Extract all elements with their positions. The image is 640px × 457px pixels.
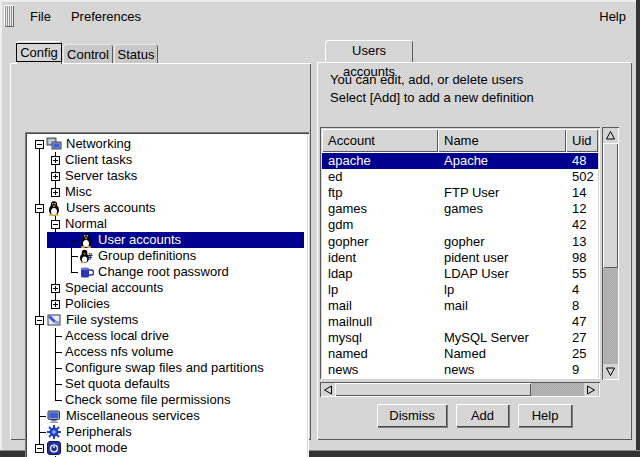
tree-collapse-box[interactable] (51, 220, 60, 229)
tree-row[interactable]: Policies (27, 296, 307, 312)
tree-row[interactable]: Access nfs volume (27, 344, 307, 360)
vertical-scrollbar-thumb[interactable] (603, 143, 618, 268)
tree-row[interactable]: Change root password (27, 264, 307, 280)
tree-connector-line (39, 184, 40, 200)
column-header-account[interactable]: Account (322, 129, 438, 152)
tree-connector-line (39, 376, 40, 392)
tab-config[interactable]: Config (16, 41, 62, 64)
tree-row[interactable]: Normal (27, 216, 307, 232)
tree-item-label: Miscellaneous services (66, 408, 200, 424)
tree-row[interactable]: Miscellaneous services (27, 408, 307, 424)
tree-expand-box[interactable] (51, 188, 60, 197)
tree-collapse-box[interactable] (35, 444, 44, 453)
penguin-icon (46, 200, 62, 216)
tree-row[interactable]: boot mode (27, 440, 307, 456)
table-row[interactable]: gophergopher13 (322, 234, 598, 250)
account-cell: news (328, 362, 440, 378)
table-row[interactable]: ed502 (322, 169, 598, 185)
table-row[interactable]: apacheApache48 (322, 153, 598, 169)
tree-item-label: Access nfs volume (65, 344, 173, 360)
tree-row[interactable]: Server tasks (27, 168, 307, 184)
tab-users-accounts[interactable]: Users accounts (325, 40, 413, 62)
tree-row[interactable]: Set quota defaults (27, 376, 307, 392)
tree-row[interactable]: Misc (27, 184, 307, 200)
tree-expand-box[interactable] (51, 172, 60, 181)
group-icon: # (78, 248, 94, 264)
name-cell: LDAP User (444, 266, 568, 282)
tree-row[interactable]: Client tasks (27, 152, 307, 168)
tree-expand-box[interactable] (51, 300, 60, 309)
table-row[interactable]: identpident user98 (322, 250, 598, 266)
tree-connector-line (39, 280, 40, 296)
tree-row[interactable]: Networking (27, 136, 307, 152)
menu-help[interactable]: Help (589, 5, 636, 28)
tree-item-label: Peripherals (66, 424, 132, 440)
tree-item-label: Change root password (98, 264, 229, 280)
menu-preferences[interactable]: Preferences (61, 5, 151, 28)
tree-row[interactable]: Peripherals (27, 424, 307, 440)
horizontal-scrollbar-thumb[interactable] (335, 383, 531, 396)
tab-status[interactable]: Status (114, 44, 158, 64)
dismiss-button[interactable]: Dismiss (377, 404, 447, 427)
tree-row[interactable]: User accounts (27, 232, 307, 248)
tree-collapse-box[interactable] (35, 140, 44, 149)
tree-frame: NetworkingClient tasksServer tasksMiscUs… (25, 132, 309, 457)
scroll-up-arrow[interactable] (603, 128, 618, 143)
tree-expand-box[interactable] (51, 284, 60, 293)
table-row[interactable]: ftpFTP User14 (322, 185, 598, 201)
tree-connector-line (39, 232, 40, 248)
scroll-down-arrow[interactable] (603, 364, 618, 379)
help-text-line2: Select [Add] to add a new definition (330, 90, 534, 105)
table-row[interactable]: gdm42 (322, 217, 598, 233)
vertical-scrollbar[interactable] (602, 127, 619, 380)
table-row[interactable]: ldapLDAP User55 (322, 266, 598, 282)
table-row[interactable]: namedNamed25 (322, 346, 598, 362)
tree-row[interactable]: Users accounts (27, 200, 307, 216)
monitor-icon (46, 408, 62, 424)
tree-row[interactable]: Check some file permissions (27, 392, 307, 408)
tree-collapse-box[interactable] (35, 316, 44, 325)
account-cell: mailnull (328, 314, 440, 330)
help-button[interactable]: Help (518, 404, 572, 427)
tree-item-label: Special accounts (65, 280, 163, 296)
tree-item-label: Group definitions (98, 248, 196, 264)
tree-connector-line (55, 264, 56, 280)
menu-file[interactable]: File (20, 5, 61, 28)
tree-row[interactable]: Configure swap files and partitions (27, 360, 307, 376)
scroll-right-arrow[interactable] (584, 383, 598, 396)
uid-cell: 9 (572, 362, 598, 378)
table-row[interactable]: newsnews9 (322, 362, 598, 378)
column-header-uid[interactable]: Uid (566, 129, 598, 152)
tree-connector-line (39, 216, 40, 232)
column-header-name[interactable]: Name (438, 129, 566, 152)
tree-row[interactable]: Access local drive (27, 328, 307, 344)
tree-item-label: Server tasks (65, 168, 137, 184)
tree-row[interactable]: #Group definitions (27, 248, 307, 264)
table-row[interactable]: gamesgames12 (322, 201, 598, 217)
tree-row[interactable]: Special accounts (27, 280, 307, 296)
tree-item-label: Normal (65, 216, 107, 232)
tree-row[interactable]: File systems (27, 312, 307, 328)
help-text-line1: You can edit, add, or delete users (330, 72, 523, 87)
uid-cell: 48 (572, 153, 598, 169)
table-row[interactable]: mailnull47 (322, 314, 598, 330)
table-row[interactable]: lplp4 (322, 282, 598, 298)
uid-cell: 98 (572, 250, 598, 266)
tree-item-label: Configure swap files and partitions (65, 360, 264, 376)
account-cell: mail (328, 298, 440, 314)
menu-grip-handle[interactable] (4, 5, 14, 27)
tree-collapse-box[interactable] (35, 204, 44, 213)
tab-control[interactable]: Control (63, 44, 113, 64)
tree-connector-line (55, 336, 62, 337)
table-row[interactable]: mysqlMySQL Server27 (322, 330, 598, 346)
horizontal-scrollbar[interactable] (320, 382, 600, 397)
add-button[interactable]: Add (456, 404, 509, 427)
scroll-left-arrow[interactable] (321, 383, 335, 396)
tree-connector-line (55, 384, 62, 385)
tree-connector-line (39, 344, 40, 360)
tree-connector-line (39, 168, 40, 184)
account-cell: ftp (328, 185, 440, 201)
uid-cell: 12 (572, 201, 598, 217)
table-row[interactable]: mailmail8 (322, 298, 598, 314)
tree-expand-box[interactable] (51, 156, 60, 165)
